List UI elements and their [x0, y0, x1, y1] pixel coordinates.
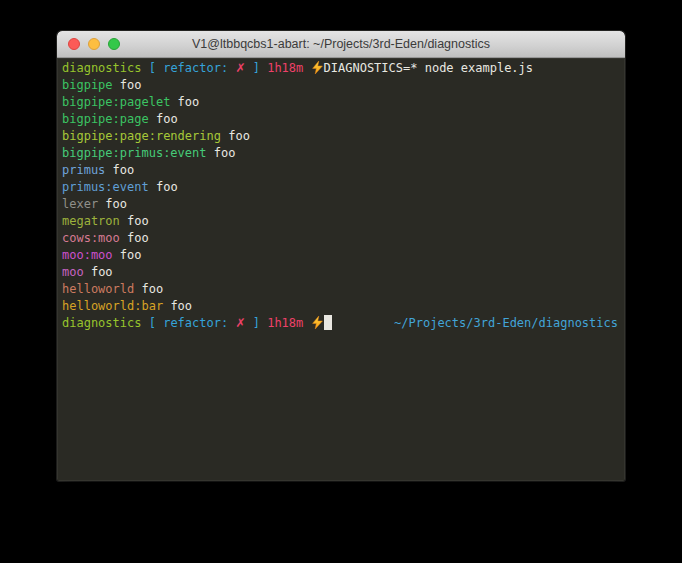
- text-segment: foo: [84, 265, 113, 279]
- terminal-line: diagnostics [ refactor: ✗ ] 1h18m DIAGNO…: [62, 60, 619, 77]
- text-segment: ✗: [235, 316, 245, 330]
- text-segment: foo: [163, 299, 192, 313]
- terminal-line: bigpipe:primus:event foo: [62, 145, 619, 162]
- text-segment: [303, 316, 310, 330]
- text-segment: bigpipe: [62, 78, 113, 92]
- text-segment: foo: [134, 282, 163, 296]
- text-segment: ✗: [235, 61, 245, 75]
- text-segment: [ refactor:: [149, 61, 236, 75]
- text-segment: bigpipe:page: [62, 112, 149, 126]
- lightning-bolt-icon: [312, 61, 323, 74]
- terminal-line: bigpipe foo: [62, 77, 619, 94]
- text-segment: [141, 316, 148, 330]
- text-segment: megatron: [62, 214, 120, 228]
- right-prompt-path: ~/Projects/3rd-Eden/diagnostics: [394, 315, 618, 332]
- terminal-cursor[interactable]: [324, 315, 332, 330]
- text-segment: bigpipe:page:rendering: [62, 129, 221, 143]
- text-segment: foo: [149, 112, 178, 126]
- terminal-line: helloworld foo: [62, 281, 619, 298]
- lightning-bolt-icon: [312, 316, 323, 329]
- text-segment: ]: [245, 316, 259, 330]
- text-segment: diagnostics: [62, 316, 141, 330]
- terminal-line: diagnostics [ refactor: ✗ ] 1h18m ~/Proj…: [62, 315, 619, 332]
- terminal-line: helloworld:bar foo: [62, 298, 619, 315]
- text-segment: foo: [98, 197, 127, 211]
- text-segment: foo: [170, 95, 199, 109]
- window-title: V1@ltbbqcbs1-abart: ~/Projects/3rd-Eden/…: [57, 31, 625, 57]
- terminal-line: primus:event foo: [62, 179, 619, 196]
- text-segment: [303, 61, 310, 75]
- terminal-line: bigpipe:pagelet foo: [62, 94, 619, 111]
- text-segment: bigpipe:pagelet: [62, 95, 170, 109]
- terminal-line: lexer foo: [62, 196, 619, 213]
- terminal-window: V1@ltbbqcbs1-abart: ~/Projects/3rd-Eden/…: [57, 31, 625, 481]
- text-segment: moo: [62, 265, 84, 279]
- text-segment: primus:event: [62, 180, 149, 194]
- text-segment: moo:moo: [62, 248, 113, 262]
- text-segment: [ refactor:: [149, 316, 236, 330]
- titlebar[interactable]: V1@ltbbqcbs1-abart: ~/Projects/3rd-Eden/…: [57, 31, 625, 58]
- text-segment: primus: [62, 163, 105, 177]
- text-segment: [141, 61, 148, 75]
- text-segment: foo: [113, 78, 142, 92]
- text-segment: DIAGNOSTICS=* node example.js: [324, 61, 534, 75]
- text-segment: cows:moo: [62, 231, 120, 245]
- terminal-line: primus foo: [62, 162, 619, 179]
- text-segment: diagnostics: [62, 61, 141, 75]
- text-segment: lexer: [62, 197, 98, 211]
- text-segment: foo: [120, 214, 149, 228]
- terminal-line: megatron foo: [62, 213, 619, 230]
- text-segment: helloworld:bar: [62, 299, 163, 313]
- text-segment: foo: [120, 231, 149, 245]
- text-segment: foo: [113, 248, 142, 262]
- text-segment: 1h18m: [267, 316, 303, 330]
- terminal-line: cows:moo foo: [62, 230, 619, 247]
- text-segment: bigpipe:primus:event: [62, 146, 207, 160]
- text-segment: helloworld: [62, 282, 134, 296]
- text-segment: foo: [105, 163, 134, 177]
- text-segment: foo: [207, 146, 236, 160]
- terminal-line: bigpipe:page foo: [62, 111, 619, 128]
- text-segment: foo: [221, 129, 250, 143]
- terminal-line: bigpipe:page:rendering foo: [62, 128, 619, 145]
- text-segment: 1h18m: [267, 61, 303, 75]
- terminal-line: moo:moo foo: [62, 247, 619, 264]
- text-segment: ]: [245, 61, 259, 75]
- terminal-screen[interactable]: diagnostics [ refactor: ✗ ] 1h18m DIAGNO…: [57, 58, 625, 481]
- terminal-line: moo foo: [62, 264, 619, 281]
- text-segment: foo: [149, 180, 178, 194]
